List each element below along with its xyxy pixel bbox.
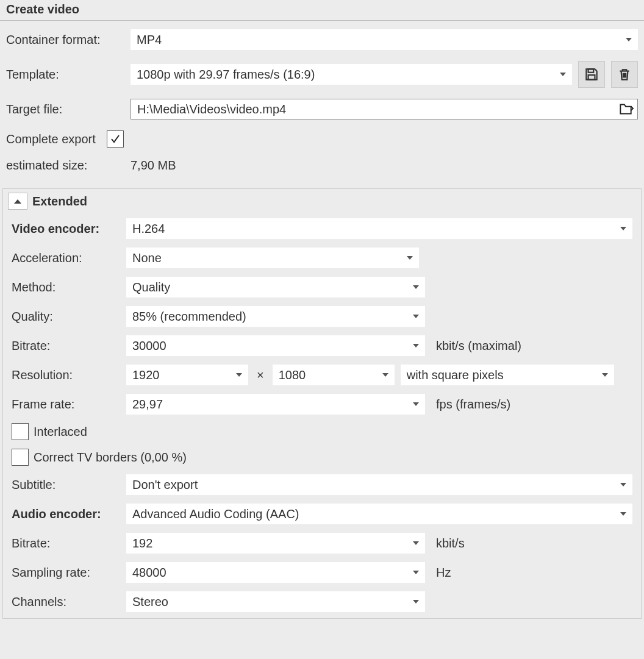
row-template: Template: 1080p with 29.97 frames/s (16:… — [6, 61, 638, 88]
a-bitrate-select[interactable]: 192 — [126, 533, 425, 554]
a-bitrate-value: 192 — [132, 536, 407, 550]
chevron-down-icon — [560, 73, 566, 76]
chevron-down-icon — [620, 227, 626, 230]
acceleration-select[interactable]: None — [126, 248, 419, 268]
resolution-height-value: 1080 — [279, 368, 376, 382]
v-bitrate-label: Bitrate: — [12, 339, 121, 353]
collapse-extended-button[interactable] — [8, 193, 27, 210]
quality-select[interactable]: 85% (recommended) — [126, 306, 425, 327]
row-estimated-size: estimated size: 7,90 MB — [6, 159, 638, 173]
correct-tv-checkbox[interactable] — [12, 449, 29, 466]
channels-label: Channels: — [12, 595, 121, 609]
delete-template-button[interactable] — [611, 61, 638, 88]
row-acceleration: Acceleration: None — [12, 248, 632, 268]
v-bitrate-select[interactable]: 30000 — [126, 335, 425, 356]
panel-title: Create video — [0, 0, 644, 21]
chevron-down-icon — [626, 38, 632, 41]
chevron-down-icon — [236, 373, 242, 377]
template-select[interactable]: 1080p with 29.97 frames/s (16:9) — [131, 64, 572, 85]
chevron-down-icon — [413, 402, 419, 406]
row-a-bitrate: Bitrate: 192 kbit/s — [12, 533, 632, 554]
row-method: Method: Quality — [12, 277, 632, 297]
quality-value: 85% (recommended) — [132, 310, 407, 324]
row-interlaced: Interlaced — [12, 423, 632, 440]
resolution-separator: × — [254, 368, 267, 382]
audio-encoder-select[interactable]: Advanced Audio Coding (AAC) — [126, 504, 632, 524]
extended-header: Extended — [3, 189, 641, 216]
framerate-label: Frame rate: — [12, 397, 121, 411]
extended-body: Video encoder: H.264 Acceleration: None … — [3, 216, 641, 612]
chevron-down-icon — [382, 373, 388, 377]
sampling-rate-suffix: Hz — [431, 566, 451, 580]
video-encoder-value: H.264 — [132, 222, 614, 236]
row-video-encoder: Video encoder: H.264 — [12, 218, 632, 239]
channels-value: Stereo — [132, 595, 407, 609]
container-format-select[interactable]: MP4 — [131, 29, 638, 50]
chevron-down-icon — [407, 256, 413, 260]
row-container-format: Container format: MP4 — [6, 29, 638, 50]
sampling-rate-value: 48000 — [132, 566, 407, 580]
subtitle-label: Subtitle: — [12, 478, 121, 492]
trash-icon — [617, 66, 632, 82]
row-audio-encoder: Audio encoder: Advanced Audio Coding (AA… — [12, 504, 632, 524]
resolution-height-select[interactable]: 1080 — [273, 365, 395, 385]
correct-tv-label: Correct TV borders (0,00 %) — [34, 451, 187, 465]
complete-export-label: Complete export — [6, 132, 96, 146]
template-label: Template: — [6, 68, 126, 82]
audio-encoder-label: Audio encoder: — [12, 507, 121, 521]
framerate-value: 29,97 — [132, 397, 407, 411]
container-format-label: Container format: — [6, 33, 126, 47]
method-value: Quality — [132, 280, 407, 294]
video-encoder-select[interactable]: H.264 — [126, 218, 632, 239]
save-icon — [584, 66, 599, 82]
subtitle-select[interactable]: Don't export — [126, 474, 632, 495]
v-bitrate-suffix: kbit/s (maximal) — [431, 339, 521, 353]
chevron-down-icon — [602, 373, 608, 377]
template-value: 1080p with 29.97 frames/s (16:9) — [137, 68, 554, 82]
target-file-input[interactable]: H:\Media\Videos\video.mp4 — [131, 99, 638, 119]
a-bitrate-suffix: kbit/s — [431, 536, 465, 550]
method-select[interactable]: Quality — [126, 277, 425, 297]
extended-title: Extended — [32, 194, 87, 208]
interlaced-label: Interlaced — [34, 425, 87, 439]
save-template-button[interactable] — [578, 61, 605, 88]
resolution-width-value: 1920 — [132, 368, 230, 382]
estimated-size-value: 7,90 MB — [131, 159, 176, 173]
form-area: Container format: MP4 Template: 1080p wi… — [0, 21, 644, 187]
row-framerate: Frame rate: 29,97 fps (frames/s) — [12, 394, 632, 415]
interlaced-checkbox[interactable] — [12, 423, 29, 440]
browse-folder-icon[interactable] — [618, 101, 634, 117]
complete-export-checkbox[interactable] — [107, 130, 124, 148]
acceleration-value: None — [132, 251, 401, 265]
subtitle-value: Don't export — [132, 478, 614, 492]
pixel-aspect-value: with square pixels — [407, 368, 596, 382]
chevron-down-icon — [620, 512, 626, 516]
row-target-file: Target file: H:\Media\Videos\video.mp4 — [6, 99, 638, 119]
sampling-rate-select[interactable]: 48000 — [126, 562, 425, 583]
chevron-down-icon — [413, 600, 419, 604]
v-bitrate-value: 30000 — [132, 339, 407, 353]
pixel-aspect-select[interactable]: with square pixels — [401, 365, 614, 385]
row-channels: Channels: Stereo — [12, 591, 632, 612]
row-complete-export: Complete export — [6, 130, 638, 148]
channels-select[interactable]: Stereo — [126, 591, 425, 612]
framerate-select[interactable]: 29,97 — [126, 394, 425, 415]
row-sampling-rate: Sampling rate: 48000 Hz — [12, 562, 632, 583]
sampling-rate-label: Sampling rate: — [12, 566, 121, 580]
target-file-value: H:\Media\Videos\video.mp4 — [137, 102, 614, 116]
video-encoder-label: Video encoder: — [12, 222, 121, 236]
check-icon — [110, 134, 121, 144]
acceleration-label: Acceleration: — [12, 251, 121, 265]
chevron-down-icon — [413, 315, 419, 318]
row-subtitle: Subtitle: Don't export — [12, 474, 632, 495]
svg-rect-1 — [589, 75, 595, 80]
resolution-width-select[interactable]: 1920 — [126, 365, 248, 385]
chevron-down-icon — [413, 571, 419, 574]
a-bitrate-label: Bitrate: — [12, 536, 121, 550]
row-correct-tv: Correct TV borders (0,00 %) — [12, 449, 632, 466]
row-v-bitrate: Bitrate: 30000 kbit/s (maximal) — [12, 335, 632, 356]
chevron-down-icon — [413, 541, 419, 545]
chevron-down-icon — [413, 344, 419, 347]
framerate-suffix: fps (frames/s) — [431, 397, 510, 411]
svg-rect-0 — [589, 69, 594, 72]
